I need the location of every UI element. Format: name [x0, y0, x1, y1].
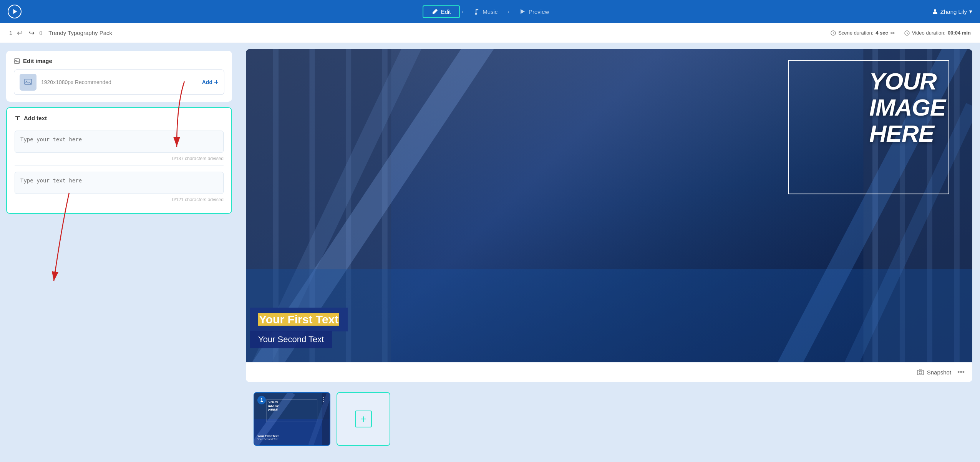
- bottom-timeline: 1 ⋮ YOURIMAGEHERE Your First Text Your S…: [246, 387, 972, 456]
- first-char-count: 0/137 characters advised: [15, 156, 224, 161]
- image-upload-row[interactable]: 1920x1080px Recommended Add: [14, 70, 224, 95]
- nav-step-preview[interactable]: Preview: [511, 6, 557, 17]
- second-bar: 1 ↩ ↪ 0 Trendy Typography Pack Scene dur…: [0, 23, 980, 43]
- left-panel: Edit image 1920x1080px Recommended Add: [0, 43, 238, 222]
- second-text-banner: Your Second Text: [250, 331, 332, 348]
- first-text-highlight: Your First Text: [258, 313, 339, 326]
- add-scene-button[interactable]: +: [337, 392, 390, 446]
- nav-chevron-2: ›: [506, 8, 511, 15]
- first-text-input[interactable]: [15, 131, 224, 153]
- preview-bottom-bar: Snapshot •••: [246, 362, 972, 382]
- scene-duration-item: Scene duration: 4 sec ✏: [831, 30, 895, 36]
- preview-container: YOURIMAGEHERE Your First Text Your Secon…: [246, 49, 972, 382]
- user-menu[interactable]: Zhang Lily ▾: [932, 8, 972, 15]
- scene-duration-label: Scene duration:: [838, 30, 873, 36]
- scene-duration-value: 4 sec: [876, 30, 888, 36]
- first-text-banner: Your First Text: [250, 308, 348, 331]
- add-text-card: Add text 0/137 characters advised 0/121 …: [6, 107, 232, 214]
- svg-point-2: [934, 9, 936, 12]
- svg-rect-5: [14, 59, 20, 63]
- nav-step-edit[interactable]: Edit: [423, 5, 460, 18]
- video-duration-value: 00:04 min: [948, 30, 971, 36]
- svg-marker-0: [13, 9, 17, 14]
- duration-info: Scene duration: 4 sec ✏ Video duration: …: [831, 30, 971, 36]
- scene-duration-edit-button[interactable]: ✏: [890, 30, 895, 36]
- step-number: 1: [9, 30, 12, 36]
- redo-button[interactable]: ↪: [27, 27, 36, 39]
- city-background: YOURIMAGEHERE Your First Text Your Secon…: [246, 49, 972, 362]
- second-char-count: 0/121 characters advised: [15, 197, 224, 202]
- thumb-mini-text: YOURIMAGEHERE: [268, 401, 280, 412]
- edit-image-card: Edit image 1920x1080px Recommended Add: [6, 51, 232, 102]
- image-thumb: [20, 74, 36, 91]
- more-options-button[interactable]: •••: [957, 368, 965, 376]
- timeline-thumb-1[interactable]: 1 ⋮ YOURIMAGEHERE Your First Text Your S…: [254, 392, 330, 446]
- undo-button[interactable]: ↩: [15, 27, 24, 39]
- center-area: YOURIMAGEHERE Your First Text Your Secon…: [238, 43, 980, 462]
- project-name: Trendy Typography Pack: [48, 30, 112, 36]
- nav-steps: Edit › Music › Preview: [423, 5, 558, 18]
- thumb-bottom-text: Your First Text Your Second Text: [257, 434, 327, 440]
- preview-image-area: YOURIMAGEHERE Your First Text Your Secon…: [246, 49, 972, 362]
- nav-step-music[interactable]: Music: [465, 6, 506, 17]
- add-text-title: Add text: [15, 115, 224, 121]
- image-placeholder-text: YOURIMAGEHERE: [869, 68, 945, 147]
- plus-icon: +: [355, 411, 372, 427]
- svg-marker-1: [521, 9, 525, 14]
- second-text-display: Your Second Text: [258, 334, 324, 344]
- first-text-display: Your First Text: [258, 313, 339, 326]
- second-text-input[interactable]: [15, 172, 224, 194]
- redo-count: 0: [39, 30, 42, 36]
- svg-point-28: [919, 371, 922, 374]
- video-duration-label: Video duration:: [912, 30, 945, 36]
- undo-redo-group: 1 ↩ ↪ 0: [9, 27, 42, 39]
- app-logo[interactable]: [8, 5, 22, 18]
- top-nav: Edit › Music › Preview Zhang Lily ▾: [0, 0, 980, 23]
- add-image-button[interactable]: Add: [202, 79, 219, 85]
- scene-badge: 1: [257, 396, 266, 404]
- nav-chevron-1: ›: [460, 8, 465, 15]
- edit-image-title: Edit image: [14, 58, 224, 64]
- upload-label: 1920x1080px Recommended: [41, 79, 197, 85]
- main-layout: Edit image 1920x1080px Recommended Add: [0, 43, 980, 462]
- snapshot-button[interactable]: Snapshot: [917, 369, 951, 376]
- video-duration-item: Video duration: 00:04 min: [904, 30, 971, 36]
- thumb-more-button[interactable]: ⋮: [320, 396, 327, 403]
- divider: [15, 165, 224, 166]
